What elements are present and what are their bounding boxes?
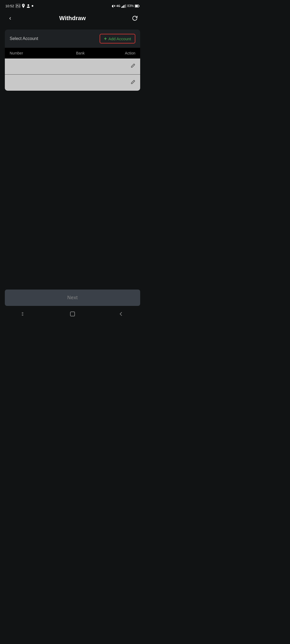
svg-rect-5 (121, 7, 122, 8)
svg-rect-11 (139, 5, 140, 6)
battery-icon (135, 5, 140, 8)
table-row (5, 58, 140, 75)
image-icon (16, 4, 20, 8)
table-row (5, 75, 140, 91)
svg-rect-8 (125, 5, 125, 8)
column-bank-header: Bank (57, 51, 104, 55)
home-icon (69, 311, 76, 317)
select-account-label: Select Account (10, 36, 38, 41)
edit-button-2[interactable] (130, 80, 135, 86)
back-chevron-icon: ‹ (9, 15, 11, 22)
select-account-card: Select Account + Add Account Number Bank… (5, 30, 140, 91)
notification-dot (32, 5, 33, 7)
add-icon: + (104, 36, 107, 41)
card-header: Select Account + Add Account (5, 30, 140, 48)
next-button-wrapper: Next (5, 290, 140, 306)
column-action-header: Action (104, 51, 135, 55)
svg-point-2 (27, 4, 29, 6)
signal-icon (121, 4, 126, 8)
row-action-2 (104, 80, 135, 86)
status-bar: 10:52 4G 83% (0, 0, 145, 11)
add-account-label: Add Account (108, 36, 131, 41)
svg-rect-6 (122, 6, 123, 8)
top-nav: ‹ Withdraw (0, 11, 145, 27)
svg-rect-16 (70, 312, 75, 316)
table-header: Number Bank Action (5, 48, 140, 58)
network-label: 4G (116, 4, 120, 8)
page-title: Withdraw (59, 15, 86, 22)
bottom-nav-back[interactable] (118, 311, 124, 318)
back-nav-icon (118, 311, 124, 317)
menu-icon (21, 311, 27, 317)
location-icon (22, 4, 25, 8)
add-account-button[interactable]: + Add Account (100, 34, 135, 43)
battery-label: 83% (127, 4, 134, 8)
svg-rect-7 (124, 5, 124, 8)
edit-button-1[interactable] (130, 63, 135, 69)
back-button[interactable]: ‹ (5, 13, 15, 23)
mute-icon (111, 4, 115, 8)
status-right: 4G 83% (111, 4, 140, 8)
refresh-icon (131, 15, 138, 22)
bottom-nav-home[interactable] (69, 311, 76, 318)
bottom-nav-bar (0, 307, 145, 322)
time-label: 10:52 (5, 4, 14, 8)
row-action-1 (104, 63, 135, 69)
bottom-nav-menu[interactable] (21, 311, 27, 318)
table-body (5, 58, 140, 91)
status-left: 10:52 (5, 4, 33, 8)
column-number-header: Number (10, 51, 57, 55)
svg-rect-9 (125, 4, 126, 8)
svg-rect-12 (135, 5, 138, 7)
next-button[interactable]: Next (5, 290, 140, 306)
refresh-button[interactable] (130, 13, 140, 23)
person-icon (27, 4, 30, 8)
